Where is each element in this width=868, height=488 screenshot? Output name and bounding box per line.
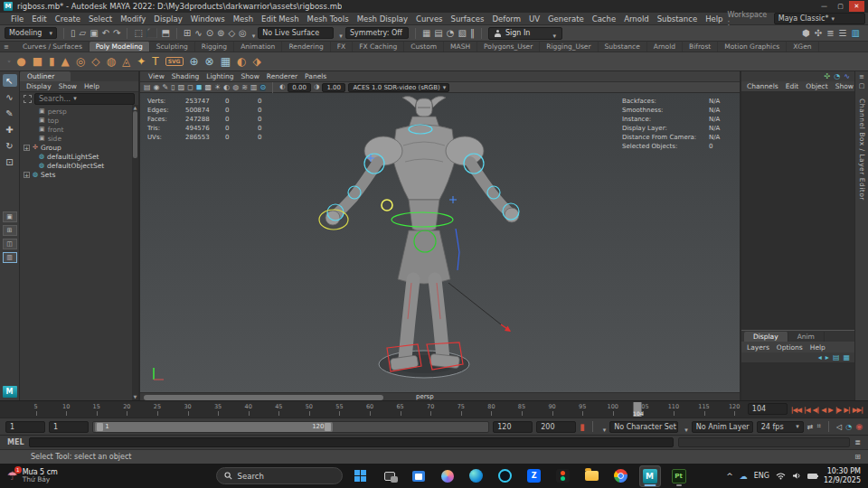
xray-icon[interactable]: ▥ xyxy=(250,84,258,91)
four-pane-layout-button[interactable]: ⊞ xyxy=(3,225,17,236)
viewport-scrollbar[interactable] xyxy=(144,395,383,400)
isolate-select-icon[interactable]: ⊙ xyxy=(259,84,266,91)
figma-app[interactable] xyxy=(552,465,574,487)
step-back-frame-button[interactable]: |◀ xyxy=(804,406,810,414)
outliner-item[interactable]: + ▣ top xyxy=(20,116,132,125)
menu-item[interactable]: Generate xyxy=(544,14,588,23)
menu-item[interactable]: UV xyxy=(525,14,543,23)
tool-settings-icon[interactable]: ☰ xyxy=(839,29,847,38)
menu-item[interactable]: Mesh Tools xyxy=(304,14,353,23)
layer-editor-menu-item[interactable]: Layers xyxy=(744,343,772,352)
outliner-filter-icon[interactable] xyxy=(24,95,32,103)
lock-camera-icon[interactable]: ◉ xyxy=(154,84,160,91)
layer-editor-tab[interactable]: Anim xyxy=(788,332,825,342)
select-camera-icon[interactable]: ▤ xyxy=(144,84,151,91)
new-scene-icon[interactable]: ▯ xyxy=(71,29,76,38)
screen-space-ao-icon[interactable]: ◍ xyxy=(232,84,239,91)
humanik-icon[interactable]: ✣ xyxy=(815,29,822,38)
anim-layer-menu-icon[interactable] xyxy=(682,418,688,436)
construction-history-icon[interactable]: ▦ xyxy=(422,29,430,38)
store-app[interactable] xyxy=(408,465,429,487)
menu-item[interactable]: Create xyxy=(52,14,84,23)
shelf-tab[interactable]: Rigging_User xyxy=(540,42,598,52)
step-back-key-button[interactable]: ◀| xyxy=(813,406,819,414)
poly-disc-icon[interactable]: ◍ xyxy=(107,56,116,67)
use-all-lights-icon[interactable]: ☀ xyxy=(214,84,221,91)
layer-list[interactable] xyxy=(741,362,854,400)
menu-item[interactable]: Display xyxy=(150,14,185,23)
command-input[interactable] xyxy=(29,437,675,447)
viewport-menu-item[interactable]: View xyxy=(146,72,167,80)
viewport-menu-item[interactable]: Lighting xyxy=(203,72,236,80)
task-view-button[interactable] xyxy=(379,465,401,487)
attribute-editor-icon[interactable]: ≣ xyxy=(826,29,834,38)
onedrive-icon[interactable]: ☁ xyxy=(740,472,748,481)
shadows-icon[interactable]: ◐ xyxy=(223,84,230,91)
menu-item[interactable]: Deform xyxy=(488,14,524,23)
menu-item[interactable]: Edit Mesh xyxy=(258,14,303,23)
outliner-item[interactable]: + ▣ side xyxy=(20,134,132,143)
channel-box-menu-item[interactable]: Channels xyxy=(744,82,781,90)
language-indicator[interactable]: ENG xyxy=(754,472,769,480)
shelf-tab[interactable]: Motion Graphics xyxy=(718,42,787,52)
snap-together-icon[interactable]: ⊗ xyxy=(205,56,214,67)
poly-cone-icon[interactable]: ▲ xyxy=(61,56,70,67)
ipr-render-icon[interactable]: ◔ xyxy=(447,29,455,38)
menu-item[interactable]: Help xyxy=(702,14,726,23)
shelf-tab[interactable]: Custom xyxy=(404,42,444,52)
super-shape-icon[interactable]: ✦ xyxy=(137,56,146,67)
step-forward-key-button[interactable]: |▶ xyxy=(835,406,842,414)
undock-icon[interactable]: ▢ xyxy=(859,83,865,89)
channel-box-menu-item[interactable]: Object xyxy=(803,82,830,90)
undo-icon[interactable]: ↶ xyxy=(102,29,109,38)
render-settings-icon[interactable]: ▧ xyxy=(458,29,467,38)
outliner-menu-item[interactable]: Display xyxy=(24,82,54,90)
taskbar-search[interactable]: Search xyxy=(216,467,343,484)
shelf-menu-icon[interactable]: ≡ xyxy=(4,43,9,51)
shelf-tab[interactable]: MASH xyxy=(444,42,477,52)
step-forward-frame-button[interactable]: ▶| xyxy=(844,406,850,414)
outliner-menu-item[interactable]: Help xyxy=(81,82,102,90)
snap-projected-center-icon[interactable]: ⊚ xyxy=(217,29,224,38)
make-live-icon[interactable]: ◎ xyxy=(239,29,247,38)
image-plane-icon[interactable]: ▨ xyxy=(178,84,185,91)
exposure-icon[interactable]: ◐ xyxy=(279,84,285,90)
animation-end-field[interactable]: 200 xyxy=(536,421,576,433)
channel-manip-icon[interactable]: ✣ xyxy=(825,73,831,80)
select-hierarchy-icon[interactable]: ⬚ xyxy=(134,29,142,38)
viewport-menu-item[interactable]: Shading xyxy=(169,72,202,80)
outliner-item[interactable]: + ✣ Group xyxy=(20,143,132,152)
select-object-icon[interactable]: ⬛ xyxy=(146,29,157,38)
viewport-menu-item[interactable]: Panels xyxy=(302,72,329,80)
outliner-menu-item[interactable]: Show xyxy=(56,82,80,90)
play-forward-button[interactable]: ▶ xyxy=(828,406,833,414)
viewport-menu-item[interactable]: Renderer xyxy=(264,72,300,80)
shelf-tab[interactable]: Sculpting xyxy=(150,42,195,52)
pause-viewport-icon[interactable]: ‖ xyxy=(470,29,475,38)
tray-expand-icon[interactable]: ^ xyxy=(726,472,733,481)
menu-item[interactable]: Surfaces xyxy=(448,14,488,23)
sign-in-button[interactable]: Sign In xyxy=(488,27,562,40)
shelf-tab[interactable]: Substance xyxy=(599,42,647,52)
textured-icon[interactable]: ▩ xyxy=(205,84,212,91)
copilot-app[interactable] xyxy=(437,465,458,487)
two-pane-layout-button[interactable]: ◫ xyxy=(3,239,17,249)
file-explorer-app[interactable] xyxy=(581,465,603,487)
snap-view-plane-icon[interactable]: ◇ xyxy=(228,29,235,38)
outliner-item[interactable]: + ▣ front xyxy=(20,125,132,134)
move-tool[interactable]: ✚ xyxy=(3,123,17,136)
animation-start-field[interactable]: 1 xyxy=(5,421,45,433)
shelf-tab[interactable]: XGen xyxy=(787,42,818,52)
outliner-item[interactable]: + ◍ defaultObjectSet xyxy=(20,161,132,170)
weather-widget[interactable]: ☂1 Mưa 5 cm Thứ Bảy xyxy=(7,468,179,484)
shelf-popup-icon[interactable]: ◦ xyxy=(7,59,11,65)
shelf-tab[interactable]: Rendering xyxy=(282,42,330,52)
shelf-tab[interactable]: FX Caching xyxy=(353,42,404,52)
menu-item[interactable]: Cache xyxy=(589,14,619,23)
volume-icon[interactable] xyxy=(792,472,801,480)
battery-icon[interactable] xyxy=(807,474,817,479)
bookmark-icon[interactable]: ▮ xyxy=(580,422,585,432)
play-backwards-button[interactable]: ◀ xyxy=(821,406,826,414)
paint-select-tool[interactable]: ✎ xyxy=(3,107,17,119)
gamma-icon[interactable]: ◑ xyxy=(314,84,319,90)
